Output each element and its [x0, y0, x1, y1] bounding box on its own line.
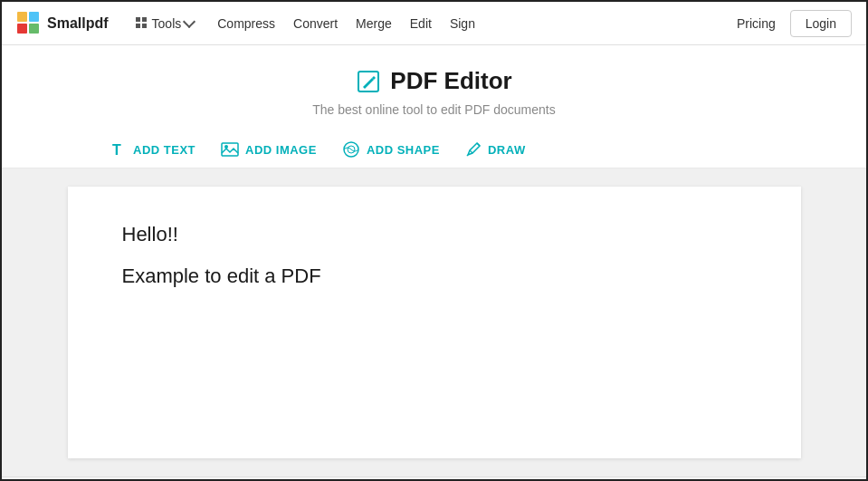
page-header: PDF Editor The best online tool to edit …: [2, 45, 866, 131]
svg-rect-5: [142, 17, 147, 22]
add-image-button[interactable]: ADD IMAGE: [221, 142, 317, 157]
svg-rect-7: [142, 24, 147, 28]
tools-menu[interactable]: Tools: [130, 13, 200, 34]
add-shape-label: ADD SHAPE: [367, 143, 440, 157]
nav-right: Pricing Login: [726, 10, 852, 37]
canvas-line-1: Hello!!: [122, 223, 747, 246]
nav-merge[interactable]: Merge: [356, 16, 392, 31]
smallpdf-logo-icon: [16, 11, 42, 36]
add-text-label: ADD TEXT: [133, 143, 196, 157]
tools-label: Tools: [152, 16, 182, 31]
svg-rect-2: [17, 24, 27, 34]
svg-rect-3: [29, 24, 39, 34]
editor-area: Hello!! Example to edit a PDF: [2, 168, 866, 476]
draw-icon: [465, 141, 482, 158]
add-shape-button[interactable]: ADD SHAPE: [342, 140, 440, 159]
add-image-label: ADD IMAGE: [245, 143, 317, 157]
editor-toolbar: T ADD TEXT ADD IMAGE ADD SHAPE: [2, 131, 866, 168]
nav-links: Compress Convert Merge Edit Sign: [217, 16, 726, 31]
chevron-down-icon: [183, 15, 196, 28]
nav-convert[interactable]: Convert: [293, 16, 338, 31]
footer-bar: FINISH: [2, 476, 866, 481]
login-button[interactable]: Login: [790, 10, 852, 37]
edit-icon: [356, 69, 381, 94]
pdf-canvas[interactable]: Hello!! Example to edit a PDF: [68, 187, 801, 458]
image-icon: [221, 142, 239, 157]
title-row: PDF Editor: [2, 67, 866, 95]
canvas-line-2: Example to edit a PDF: [122, 265, 747, 288]
logo-text: Smallpdf: [47, 15, 109, 32]
svg-rect-4: [136, 17, 140, 22]
page-title: PDF Editor: [390, 67, 511, 95]
svg-text:T: T: [112, 142, 121, 158]
nav-edit[interactable]: Edit: [410, 16, 432, 31]
logo[interactable]: Smallpdf: [16, 11, 109, 36]
add-text-button[interactable]: T ADD TEXT: [110, 141, 196, 158]
svg-rect-0: [17, 12, 27, 22]
nav-sign[interactable]: Sign: [450, 16, 475, 31]
svg-rect-6: [136, 24, 140, 28]
navbar: Smallpdf Tools Compress Convert Merge Ed…: [2, 2, 866, 45]
draw-button[interactable]: DRAW: [465, 141, 526, 158]
svg-rect-10: [222, 143, 238, 156]
text-icon: T: [110, 141, 127, 158]
nav-compress[interactable]: Compress: [217, 16, 275, 31]
grid-icon: [136, 17, 148, 30]
shape-icon: [342, 140, 360, 159]
pricing-link[interactable]: Pricing: [726, 11, 787, 36]
draw-label: DRAW: [488, 143, 526, 157]
page-subtitle: The best online tool to edit PDF documen…: [2, 102, 866, 117]
svg-rect-1: [29, 12, 39, 22]
